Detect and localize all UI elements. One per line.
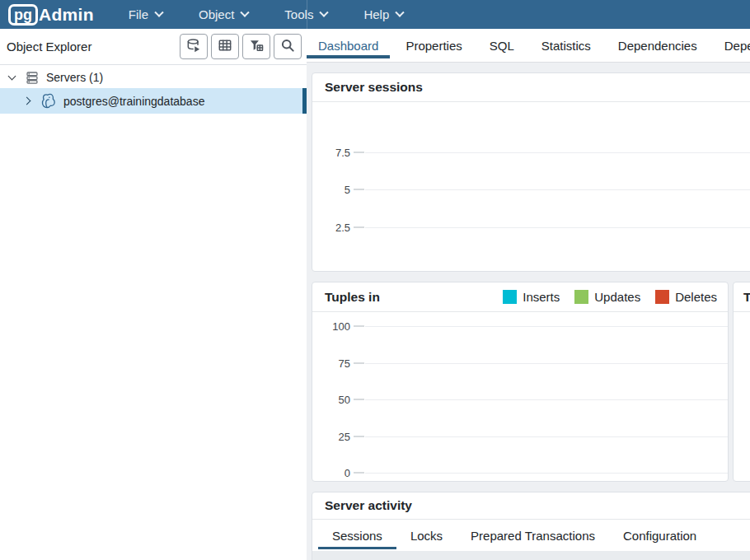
tab-prepared-transactions-label: Prepared Transactions xyxy=(471,529,595,543)
ytick-label: 7.5 xyxy=(312,147,350,159)
search-objects-icon xyxy=(279,37,296,57)
tab-dependencies-label: Dependencies xyxy=(618,39,697,53)
pgadmin-window: pgAdmin File Object Tools Help Obje xyxy=(0,0,750,560)
filtered-rows-icon xyxy=(248,37,265,57)
server-activity-panel: Server activity Sessions Locks Prepared … xyxy=(312,492,750,560)
chevron-right-icon[interactable] xyxy=(23,97,31,105)
chevron-down-icon xyxy=(154,7,163,16)
legend-deletes-label: Deletes xyxy=(675,290,717,304)
tab-sessions-label: Sessions xyxy=(332,529,382,543)
gridline xyxy=(365,152,750,153)
tab-properties-label: Properties xyxy=(405,39,462,53)
pgadmin-logo: pgAdmin xyxy=(8,4,94,26)
ytick-label: 2.5 xyxy=(312,222,350,234)
object-explorer-tree: Servers (1) postgres@trainingdatabase xyxy=(0,66,307,114)
tab-sql[interactable]: SQL xyxy=(478,29,526,62)
gridline-75: 75 xyxy=(312,357,728,370)
chevron-down-icon xyxy=(241,7,250,16)
gridline-7-5: 7.5 xyxy=(312,146,750,159)
tab-locks-label: Locks xyxy=(410,529,443,543)
tab-configuration[interactable]: Configuration xyxy=(609,520,710,551)
ytick-label: 75 xyxy=(312,357,350,370)
tab-prepared-transactions[interactable]: Prepared Transactions xyxy=(457,520,609,551)
menu-tools-label: Tools xyxy=(284,7,313,21)
tick-mark xyxy=(354,436,364,437)
gridline xyxy=(365,227,750,228)
gridline-0: 0 xyxy=(312,466,728,479)
gridline xyxy=(365,326,728,327)
view-table-data-button[interactable] xyxy=(211,34,239,59)
tree-item-postgres-label: postgres@trainingdatabase xyxy=(63,95,204,108)
chevron-down-icon xyxy=(320,7,329,16)
gridline xyxy=(365,363,728,364)
menu-bar: File Object Tools Help xyxy=(129,7,403,21)
postgresql-elephant-icon xyxy=(40,92,57,110)
tab-sessions[interactable]: Sessions xyxy=(318,520,396,551)
tab-sql-label: SQL xyxy=(490,39,514,53)
object-explorer-panel: Object Explorer xyxy=(0,29,307,560)
menu-object-label: Object xyxy=(199,7,234,21)
tuples-in-title: Tuples in xyxy=(325,290,380,305)
menu-file[interactable]: File xyxy=(129,7,162,21)
object-explorer-toolbar xyxy=(180,34,302,59)
gridline-25: 25 xyxy=(312,430,728,443)
tick-mark xyxy=(354,325,364,327)
filtered-rows-button[interactable] xyxy=(242,34,270,59)
gridline xyxy=(365,399,728,400)
tree-item-postgres-server[interactable]: postgres@trainingdatabase xyxy=(0,88,307,114)
ytick-label: 0 xyxy=(312,467,350,479)
object-explorer-header: Object Explorer xyxy=(0,29,307,65)
gridline xyxy=(365,436,728,437)
tuples-out-panel: Tuples out xyxy=(733,282,750,482)
tab-properties[interactable]: Properties xyxy=(394,29,473,62)
gridline xyxy=(365,189,750,190)
chevron-down-icon[interactable] xyxy=(8,72,16,80)
tab-statistics[interactable]: Statistics xyxy=(530,29,602,62)
menu-object[interactable]: Object xyxy=(199,7,248,21)
chevron-down-icon xyxy=(396,7,405,16)
tuples-in-legend: Inserts Updates Deletes xyxy=(488,290,717,304)
tab-dependencies[interactable]: Dependencies xyxy=(607,29,709,62)
gridline xyxy=(365,473,728,474)
menu-file-label: File xyxy=(129,7,148,21)
tuples-in-chart: 100 75 50 25 0 xyxy=(312,312,728,482)
server-activity-tab-bar: Sessions Locks Prepared Transactions Con… xyxy=(312,520,750,551)
tick-mark xyxy=(354,226,364,228)
view-table-data-icon xyxy=(217,37,233,57)
legend-inserts-label: Inserts xyxy=(523,290,560,304)
tick-mark xyxy=(354,362,364,364)
menu-help[interactable]: Help xyxy=(363,7,403,21)
tick-mark xyxy=(354,399,364,400)
search-objects-button[interactable] xyxy=(274,34,302,59)
tab-dependents-label: Dependents xyxy=(724,39,750,53)
server-activity-title: Server activity xyxy=(325,498,412,513)
legend-item-updates[interactable]: Updates xyxy=(574,290,640,304)
legend-updates-label: Updates xyxy=(594,290,640,304)
legend-item-inserts[interactable]: Inserts xyxy=(503,290,560,304)
connect-database-button[interactable] xyxy=(180,34,208,59)
updates-swatch-icon xyxy=(574,290,588,304)
ytick-label: 5 xyxy=(312,184,350,196)
ytick-label: 50 xyxy=(312,394,350,406)
tab-dependents[interactable]: Dependents xyxy=(713,29,750,62)
tree-item-servers[interactable]: Servers (1) xyxy=(0,66,307,88)
legend-item-deletes[interactable]: Deletes xyxy=(655,290,717,304)
menu-help-label: Help xyxy=(363,7,389,21)
tab-dashboard[interactable]: Dashboard xyxy=(307,29,390,62)
server-activity-header: Server activity xyxy=(312,492,750,520)
deletes-swatch-icon xyxy=(655,290,669,304)
connect-database-icon xyxy=(185,37,202,57)
ytick-label: 25 xyxy=(312,431,350,443)
pgadmin-logo-admin: Admin xyxy=(39,5,94,25)
gridline-100: 100 xyxy=(312,320,728,333)
servers-stack-icon xyxy=(25,70,40,85)
server-sessions-title: Server sessions xyxy=(325,80,423,95)
top-navbar: pgAdmin File Object Tools Help xyxy=(0,0,750,29)
server-sessions-chart: 7.5 5 2.5 xyxy=(312,102,750,272)
gridline-50: 50 xyxy=(312,393,728,406)
inserts-swatch-icon xyxy=(503,290,517,304)
tuples-in-header: Tuples in Inserts Updates Deletes xyxy=(312,282,728,312)
tuples-out-title: Tuples out xyxy=(743,290,750,305)
tab-locks[interactable]: Locks xyxy=(396,520,457,551)
tick-mark xyxy=(354,189,364,190)
